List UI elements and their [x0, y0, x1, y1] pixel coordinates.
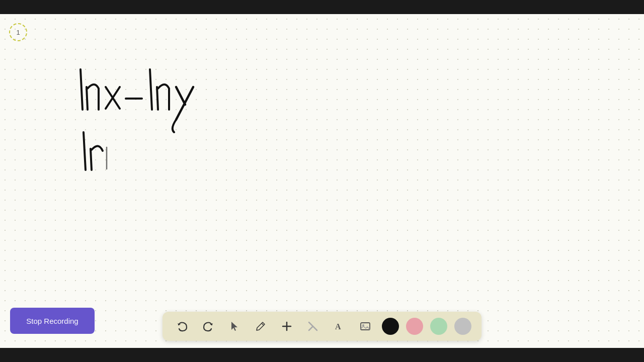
pen-icon: [255, 321, 266, 332]
top-bar: [0, 0, 644, 14]
canvas-area: 1 Stop Recording: [0, 14, 644, 348]
add-icon: [281, 321, 292, 332]
canvas-drawing: [75, 54, 327, 175]
svg-line-1: [262, 323, 264, 325]
add-button[interactable]: [277, 317, 296, 336]
stop-recording-button[interactable]: Stop Recording: [10, 308, 95, 334]
bottom-bar: [0, 348, 644, 362]
image-icon: [360, 321, 371, 332]
eraser-icon: [307, 321, 318, 332]
pen-button[interactable]: [251, 317, 270, 336]
color-gray[interactable]: [454, 318, 471, 335]
svg-text:A: A: [335, 322, 341, 331]
page-number: 1: [16, 29, 20, 36]
page-indicator: 1: [9, 23, 27, 41]
select-icon: [229, 321, 240, 332]
color-pink[interactable]: [406, 318, 423, 335]
image-button[interactable]: [356, 317, 375, 336]
toolbar: A: [163, 312, 481, 341]
color-green[interactable]: [430, 318, 447, 335]
text-button[interactable]: A: [330, 317, 349, 336]
redo-icon: [203, 321, 214, 332]
svg-marker-0: [231, 322, 237, 331]
undo-icon: [177, 321, 188, 332]
eraser-button[interactable]: [303, 317, 323, 336]
svg-line-5: [309, 327, 312, 330]
select-button[interactable]: [225, 317, 244, 336]
color-black[interactable]: [382, 318, 399, 335]
stop-recording-label: Stop Recording: [26, 317, 78, 325]
text-icon: A: [334, 321, 345, 332]
undo-button[interactable]: [173, 317, 192, 336]
svg-rect-7: [361, 323, 370, 330]
redo-button[interactable]: [199, 317, 218, 336]
